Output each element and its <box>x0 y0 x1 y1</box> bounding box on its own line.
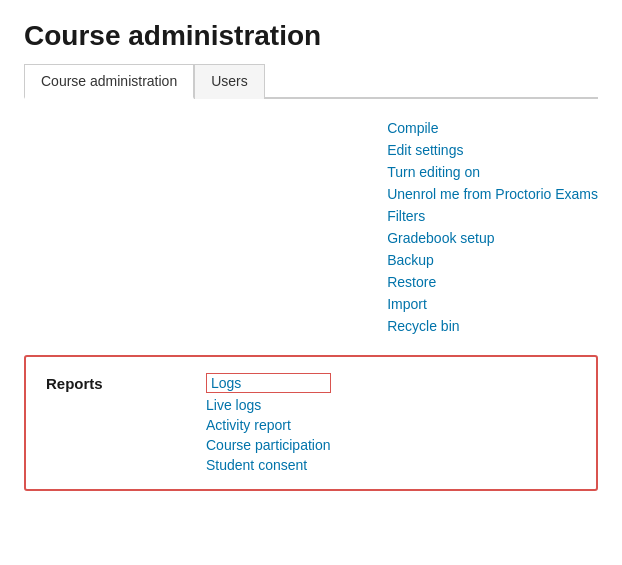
tab-course-administration[interactable]: Course administration <box>24 64 194 99</box>
link-logs[interactable]: Logs <box>206 373 331 393</box>
link-live-logs[interactable]: Live logs <box>206 397 331 413</box>
link-import[interactable]: Import <box>387 295 598 313</box>
reports-section: Reports Logs Live logs Activity report C… <box>24 355 598 491</box>
link-course-participation[interactable]: Course participation <box>206 437 331 453</box>
link-student-consent[interactable]: Student consent <box>206 457 331 473</box>
link-filters[interactable]: Filters <box>387 207 598 225</box>
link-activity-report[interactable]: Activity report <box>206 417 331 433</box>
reports-label: Reports <box>46 373 206 392</box>
tab-users[interactable]: Users <box>194 64 265 99</box>
reports-links-list: Logs Live logs Activity report Course pa… <box>206 373 331 473</box>
link-restore[interactable]: Restore <box>387 273 598 291</box>
admin-links-list: Compile Edit settings Turn editing on Un… <box>387 119 598 335</box>
link-recycle-bin[interactable]: Recycle bin <box>387 317 598 335</box>
admin-links-section: Compile Edit settings Turn editing on Un… <box>24 119 598 335</box>
tabs-bar: Course administration Users <box>24 64 598 99</box>
link-turn-editing-on[interactable]: Turn editing on <box>387 163 598 181</box>
link-backup[interactable]: Backup <box>387 251 598 269</box>
link-edit-settings[interactable]: Edit settings <box>387 141 598 159</box>
link-unenrol[interactable]: Unenrol me from Proctorio Exams <box>387 185 598 203</box>
main-content: Compile Edit settings Turn editing on Un… <box>24 119 598 491</box>
page-title: Course administration <box>24 20 598 52</box>
link-gradebook-setup[interactable]: Gradebook setup <box>387 229 598 247</box>
link-compile[interactable]: Compile <box>387 119 598 137</box>
